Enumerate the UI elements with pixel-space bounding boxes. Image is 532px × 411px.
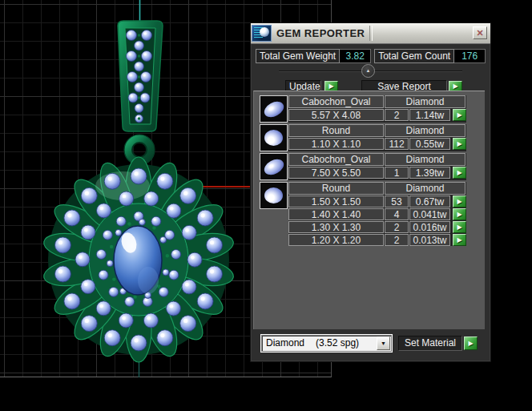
gem-material-cell: Diamond	[385, 182, 466, 195]
gem-size-cell: 1.30 X 1.30	[288, 221, 384, 233]
gem-weight-cell: 1.14tw	[409, 109, 450, 121]
chevron-down-icon[interactable]: ▼	[377, 336, 390, 350]
gem-size-cell: 1.50 X 1.50	[288, 195, 384, 208]
gem-weight-cell: 0.55tw	[409, 138, 450, 150]
gem-group: Round Diamond 1.10 X 1.10 112 0.55tw ▶	[260, 124, 466, 151]
gem-weight-cell: 0.041tw	[409, 208, 450, 220]
gem-size-cell: 1.20 X 1.20	[288, 234, 384, 246]
select-gems-button[interactable]: ▶	[453, 208, 466, 220]
gem-count-cell: 112	[385, 138, 409, 150]
select-gems-button[interactable]: ▶	[453, 138, 466, 150]
gem-thumbnail-cabochon-oval	[260, 153, 288, 180]
gem-count-cell: 53	[385, 195, 409, 208]
select-gems-button[interactable]: ▶	[453, 234, 466, 246]
gem-material-cell: Diamond	[385, 124, 466, 137]
gem-weight-cell: 1.39tw	[409, 167, 450, 179]
gem-shape-cell: Round	[288, 182, 384, 195]
titlebar-divider	[369, 26, 373, 41]
close-icon[interactable]: ✕	[473, 26, 487, 39]
totals-row: Total Gem Weight 3.82 Total Gem Count 17…	[256, 49, 490, 63]
gem-table: Cabochon_Oval Diamond 5.57 X 4.08 2 1.14…	[253, 91, 485, 329]
gem-group: Round Diamond 1.50 X 1.50 53 0.67tw ▶ 1.…	[260, 182, 466, 246]
gem-shape-cell: Cabochon_Oval	[288, 95, 384, 108]
gem-material-cell: Diamond	[385, 153, 466, 166]
gem-size-cell: 5.57 X 4.08	[288, 109, 384, 121]
gem-size-cell: 1.40 X 1.40	[288, 208, 384, 220]
gem-count-cell: 2	[385, 234, 409, 246]
gem-count-cell: 2	[385, 221, 409, 233]
material-dropdown-value: Diamond	[266, 337, 304, 349]
material-dropdown-spg: (3.52 spg)	[316, 337, 359, 349]
gem-group: Cabochon_Oval Diamond 5.57 X 4.08 2 1.14…	[260, 95, 466, 123]
gem-count-cell: 1	[385, 167, 409, 179]
total-weight-value: 3.82	[340, 49, 371, 63]
gem-material-cell: Diamond	[385, 95, 466, 108]
collapse-panel-button[interactable]: ▲	[361, 64, 375, 78]
select-gems-button[interactable]: ▶	[453, 167, 466, 179]
select-gems-button[interactable]: ▶	[453, 109, 466, 121]
gem-size-cell: 7.50 X 5.50	[288, 167, 384, 179]
collapse-zone: ▲	[251, 66, 490, 77]
select-gems-button[interactable]: ▶	[453, 221, 466, 233]
select-gems-button[interactable]: ▶	[453, 195, 466, 208]
gem-shape-cell: Round	[288, 124, 384, 137]
total-count-value: 176	[454, 49, 486, 63]
total-weight-label: Total Gem Weight	[256, 49, 340, 63]
gem-weight-cell: 0.013tw	[409, 234, 450, 246]
panel-titlebar[interactable]: GEM REPORTER ✕	[251, 23, 490, 44]
gem-thumbnail-cabochon-oval	[260, 95, 288, 123]
total-count-label: Total Gem Count	[374, 49, 454, 63]
bottom-controls: Diamond(3.52 spg) ▼ Set Material ▶	[251, 335, 490, 353]
gem-count-cell: 4	[385, 208, 409, 220]
set-material-run-icon[interactable]: ▶	[464, 336, 478, 350]
gem-weight-cell: 0.67tw	[409, 195, 450, 208]
gem-thumbnail-round	[260, 182, 288, 209]
panel-title: GEM REPORTER	[276, 27, 365, 39]
gem-weight-cell: 0.016tw	[409, 221, 450, 233]
gem-thumbnail-round	[260, 124, 288, 151]
gem-reporter-icon	[252, 25, 272, 42]
gem-count-cell: 2	[385, 109, 409, 121]
gem-group: Cabochon_Oval Diamond 7.50 X 5.50 1 1.39…	[260, 153, 466, 180]
gem-size-cell: 1.10 X 1.10	[288, 138, 384, 150]
gem-shape-cell: Cabochon_Oval	[288, 153, 384, 166]
gem-reporter-panel: GEM REPORTER ✕ Total Gem Weight 3.82 Tot…	[250, 22, 491, 362]
material-dropdown[interactable]: Diamond(3.52 spg) ▼	[261, 335, 392, 352]
set-material-button[interactable]: Set Material	[398, 336, 462, 351]
